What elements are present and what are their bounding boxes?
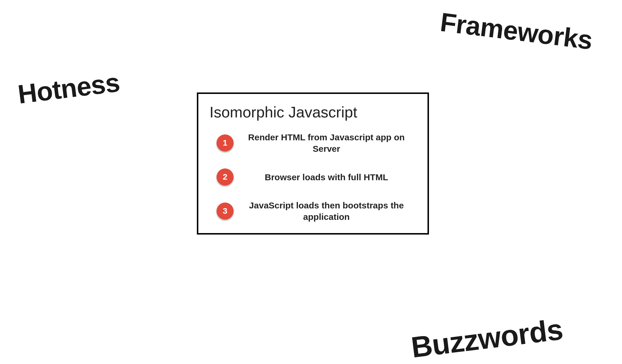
step-badge: 1 (217, 134, 234, 151)
step-item: 2 Browser loads with full HTML (217, 168, 416, 186)
floating-word-frameworks: Frameworks (438, 7, 594, 56)
step-badge: 3 (217, 203, 234, 220)
step-item: 3 JavaScript loads then bootstraps the a… (217, 200, 416, 223)
step-text: Browser loads with full HTML (245, 171, 416, 183)
step-text: JavaScript loads then bootstraps the app… (245, 200, 416, 223)
info-card: Isomorphic Javascript 1 Render HTML from… (197, 92, 429, 235)
step-text: Render HTML from Javascript app on Serve… (245, 132, 416, 154)
step-badge: 2 (217, 168, 234, 186)
floating-word-hotness: Hotness (16, 67, 121, 110)
steps-list: 1 Render HTML from Javascript app on Ser… (209, 132, 416, 223)
floating-word-buzzwords: Buzzwords (409, 312, 565, 364)
card-title: Isomorphic Javascript (209, 103, 416, 121)
step-item: 1 Render HTML from Javascript app on Ser… (217, 132, 416, 154)
